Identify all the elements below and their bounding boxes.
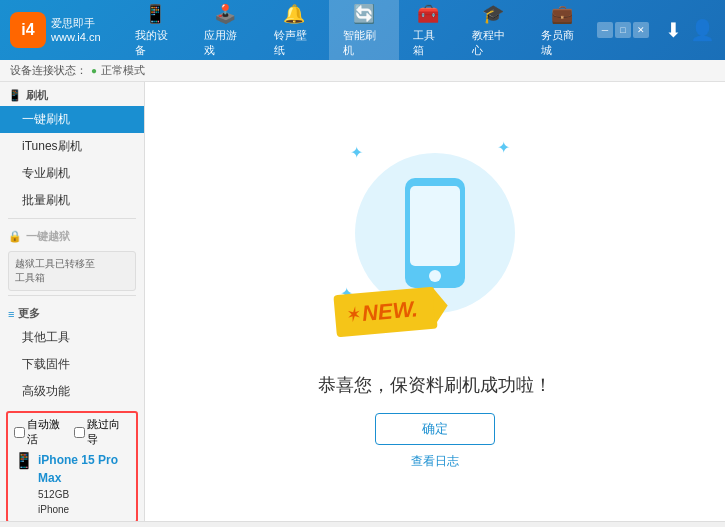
smart-flash-icon: 🔄 (353, 3, 375, 25)
flash-section-title: 📱 刷机 (0, 82, 144, 106)
log-link[interactable]: 查看日志 (411, 453, 459, 470)
success-message: 恭喜您，保资料刷机成功啦！ (318, 373, 552, 397)
sidebar-item-one-key-flash[interactable]: 一键刷机 (0, 106, 144, 133)
main-layout: 📱 刷机 一键刷机 iTunes刷机 专业刷机 批量刷机 🔒 一键越狱 越狱工具… (0, 82, 725, 521)
phone-screen (410, 186, 460, 266)
sidebar-item-advanced[interactable]: 高级功能 (0, 378, 144, 405)
device-info: 📱 iPhone 15 Pro Max 512GB iPhone (14, 451, 130, 517)
tab-service[interactable]: 💼 务员商城 (527, 0, 597, 60)
tab-tutorials[interactable]: 🎓 教程中心 (458, 0, 528, 60)
logo-text: 爱思即手 www.i4.cn (51, 16, 101, 45)
nav-tabs: 📱 我的设备 🕹️ 应用游戏 🔔 铃声壁纸 🔄 智能刷机 🧰 工具箱 🎓 教程中… (121, 0, 597, 60)
sparkle-icon-2: ✦ (497, 138, 510, 157)
device-model: iPhone (38, 502, 130, 517)
auto-activate-row: 自动激活 跳过向导 (14, 417, 130, 447)
device-phone-icon: 📱 (14, 451, 34, 470)
sidebar-item-itunes-flash[interactable]: iTunes刷机 (0, 133, 144, 160)
skip-guide-checkbox[interactable] (74, 427, 85, 438)
more-icon: ≡ (8, 308, 14, 320)
window-controls: ─ □ ✕ (597, 22, 649, 38)
sidebar-divider-2 (8, 295, 136, 296)
tab-ringtones-label: 铃声壁纸 (274, 28, 316, 58)
status-dot: ● (91, 65, 97, 76)
device-name: iPhone 15 Pro Max (38, 451, 130, 487)
tab-apps-games-label: 应用游戏 (204, 28, 246, 58)
sidebar-item-pro-flash[interactable]: 专业刷机 (0, 160, 144, 187)
device-details: iPhone 15 Pro Max 512GB iPhone (38, 451, 130, 517)
sidebar-bottom: 自动激活 跳过向导 📱 iPhone 15 Pro Max 512GB iPho… (0, 405, 144, 521)
auto-activate-checkbox[interactable] (14, 427, 25, 438)
auto-activate-checkbox-label[interactable]: 自动激活 (14, 417, 70, 447)
phone-home-button (429, 270, 441, 282)
conn-label: 设备连接状态： (10, 63, 87, 78)
flash-icon: 📱 (8, 89, 22, 102)
content-area: ✦ ✦ ✦ ✶ NEW. 恭喜您，保资料刷机成功啦！ 确定 查看日志 (145, 82, 725, 521)
app-logo: i4 爱思即手 www.i4.cn (10, 12, 101, 48)
skip-guide-checkbox-label[interactable]: 跳过向导 (74, 417, 130, 447)
download-button[interactable]: ⬇ (665, 18, 682, 42)
device-storage: 512GB (38, 487, 130, 502)
status-bar: 阻止iTunes运行 V7.98.66 客服 微信公众号 检查更新 (0, 521, 725, 527)
connection-status-bar: 设备连接状态： ● 正常模式 (0, 60, 725, 82)
tab-smart-flash[interactable]: 🔄 智能刷机 (329, 0, 399, 60)
user-button[interactable]: 👤 (690, 18, 715, 42)
tab-smart-flash-label: 智能刷机 (343, 28, 385, 58)
ringtones-icon: 🔔 (283, 3, 305, 25)
tab-toolbox[interactable]: 🧰 工具箱 (399, 0, 458, 60)
sidebar-item-batch-flash[interactable]: 批量刷机 (0, 187, 144, 214)
minimize-button[interactable]: ─ (597, 22, 613, 38)
tab-tutorials-label: 教程中心 (472, 28, 514, 58)
app-header: i4 爱思即手 www.i4.cn 📱 我的设备 🕹️ 应用游戏 🔔 铃声壁纸 … (0, 0, 725, 60)
sidebar-notice: 越狱工具已转移至工具箱 (8, 251, 136, 291)
phone-body (405, 178, 465, 288)
sidebar-item-other-tools[interactable]: 其他工具 (0, 324, 144, 351)
new-banner: ✶ NEW. (333, 287, 437, 338)
sidebar: 📱 刷机 一键刷机 iTunes刷机 专业刷机 批量刷机 🔒 一键越狱 越狱工具… (0, 82, 145, 521)
more-section-title: ≡ 更多 (0, 300, 144, 324)
tab-toolbox-label: 工具箱 (413, 28, 444, 58)
apps-icon: 🕹️ (214, 3, 236, 25)
confirm-button[interactable]: 确定 (375, 413, 495, 445)
tutorials-icon: 🎓 (482, 3, 504, 25)
phone-illustration: ✦ ✦ ✦ ✶ NEW. (335, 133, 535, 353)
sidebar-item-download-fw[interactable]: 下载固件 (0, 351, 144, 378)
star-icon: ✶ (344, 305, 359, 325)
close-button[interactable]: ✕ (633, 22, 649, 38)
tab-apps-games[interactable]: 🕹️ 应用游戏 (190, 0, 260, 60)
conn-mode: 正常模式 (101, 63, 145, 78)
logo-icon: i4 (10, 12, 46, 48)
service-icon: 💼 (551, 3, 573, 25)
lock-icon: 🔒 (8, 230, 22, 243)
tab-service-label: 务员商城 (541, 28, 583, 58)
maximize-button[interactable]: □ (615, 22, 631, 38)
sidebar-divider-1 (8, 218, 136, 219)
jailbreak-section-title: 🔒 一键越狱 (0, 223, 144, 247)
device-box: 自动激活 跳过向导 📱 iPhone 15 Pro Max 512GB iPho… (6, 411, 138, 521)
sparkle-icon-1: ✦ (350, 143, 363, 162)
tab-ringtones[interactable]: 🔔 铃声壁纸 (260, 0, 330, 60)
device-icon: 📱 (144, 3, 166, 25)
toolbox-icon: 🧰 (417, 3, 439, 25)
tab-my-device[interactable]: 📱 我的设备 (121, 0, 191, 60)
tab-my-device-label: 我的设备 (135, 28, 177, 58)
